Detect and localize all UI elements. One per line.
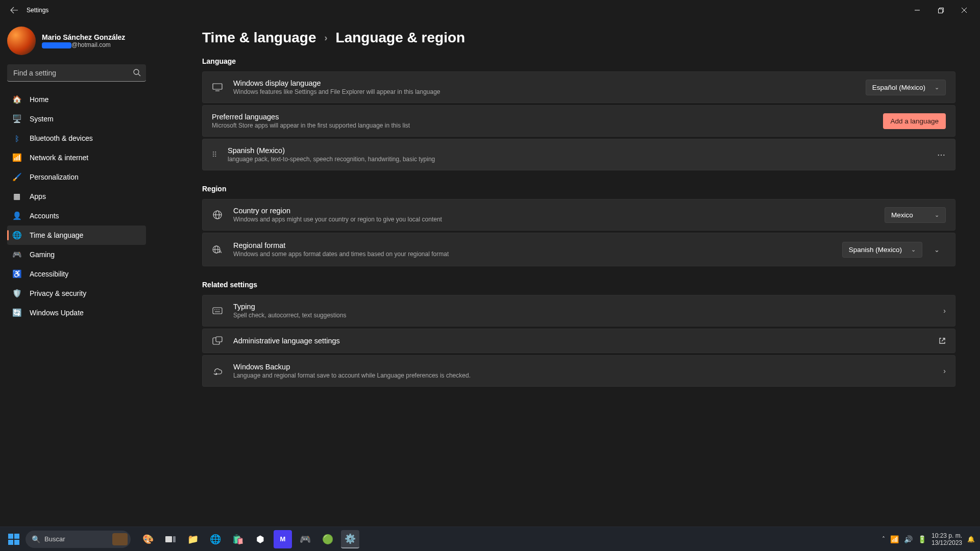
dropdown-value: Español (México) (872, 84, 925, 91)
card-title: Spanish (Mexico) (228, 146, 927, 155)
section-title-language: Language (202, 57, 955, 65)
taskbar-clock[interactable]: 10:23 p. m. 13/12/2023 (932, 532, 962, 546)
card-typing[interactable]: Typing Spell check, autocorrect, text su… (202, 295, 955, 327)
start-button[interactable] (5, 531, 22, 548)
sidebar-item-accounts[interactable]: 👤Accounts (7, 206, 146, 226)
taskbar-app-taskview[interactable] (161, 530, 180, 548)
taskbar-app-store[interactable]: 🛍️ (229, 530, 247, 548)
notifications-icon[interactable]: 🔔 (967, 536, 975, 543)
chevron-down-icon: ⌄ (911, 246, 916, 253)
card-windows-backup[interactable]: Windows Backup Language and regional for… (202, 355, 955, 387)
svg-line-22 (942, 338, 945, 341)
wifi-icon: 📶 (12, 153, 21, 162)
volume-icon: 🔊 (904, 535, 913, 543)
minimize-button[interactable] (905, 2, 929, 18)
keyboard-icon (212, 307, 223, 314)
taskbar-app-edge[interactable]: 🌐 (206, 530, 225, 548)
taskbar-search[interactable]: 🔍 Buscar (26, 531, 131, 548)
card-desc: Microsoft Store apps will appear in the … (212, 122, 873, 129)
taskbar-app-settings[interactable]: ⚙️ (341, 530, 359, 548)
close-button[interactable] (952, 2, 976, 18)
taskbar-app-explorer[interactable]: 📁 (184, 530, 202, 548)
sidebar-item-label: Bluetooth & devices (30, 134, 93, 142)
sidebar-item-label: System (30, 115, 54, 123)
section-title-related: Related settings (202, 281, 955, 289)
dropdown-country[interactable]: Mexico ⌄ (885, 207, 946, 223)
search-icon: 🔍 (32, 535, 40, 543)
expand-button[interactable]: ⌄ (927, 240, 946, 259)
chevron-down-icon: ⌄ (935, 84, 939, 91)
taskbar-app-m[interactable]: M (274, 530, 292, 548)
sidebar-item-privacy[interactable]: 🛡️Privacy & security (7, 284, 146, 303)
maximize-button[interactable] (929, 2, 952, 18)
taskbar-app-chrome[interactable]: 🟢 (318, 530, 337, 548)
window-title: Settings (27, 7, 48, 14)
card-title: Windows Backup (233, 363, 933, 371)
profile-email: @hotmail.com (42, 41, 125, 48)
sidebar-item-label: Accessibility (30, 270, 68, 278)
windows-logo-icon (8, 534, 19, 545)
sidebar-item-label: Windows Update (30, 309, 84, 317)
card-country-region[interactable]: Country or region Windows and apps might… (202, 199, 955, 231)
profile-info: Mario Sánchez González @hotmail.com (42, 33, 125, 48)
sidebar-item-label: Network & internet (30, 154, 88, 162)
bluetooth-icon: ᛒ (12, 134, 21, 143)
breadcrumb: Time & language › Language & region (202, 30, 955, 46)
card-language-item[interactable]: ⠿ Spanish (Mexico) language pack, text-t… (202, 139, 955, 170)
search-icon (133, 68, 141, 77)
brush-icon: 🖌️ (12, 172, 21, 182)
more-options-button[interactable]: ⋯ (937, 150, 946, 160)
breadcrumb-parent[interactable]: Time & language (202, 30, 316, 46)
email-suffix: @hotmail.com (71, 41, 111, 48)
chevron-right-icon: › (325, 33, 328, 43)
drag-handle-icon[interactable]: ⠿ (212, 153, 217, 157)
back-arrow-icon (10, 6, 18, 14)
taskbar-app-3d[interactable]: ⬢ (251, 530, 270, 548)
sidebar-item-home[interactable]: 🏠Home (7, 90, 146, 109)
profile-name: Mario Sánchez González (42, 33, 125, 41)
sidebar-item-bluetooth[interactable]: ᛒBluetooth & devices (7, 129, 146, 148)
sidebar: Mario Sánchez González @hotmail.com 🏠Hom… (0, 20, 153, 527)
card-desc: Spell check, autocorrect, text suggestio… (233, 312, 933, 319)
sidebar-item-time-language[interactable]: 🌐Time & language (7, 226, 146, 245)
sidebar-item-apps[interactable]: ▦Apps (7, 187, 146, 206)
tray-icons[interactable]: 📶 🔊 🔋 (890, 535, 926, 543)
svg-rect-6 (213, 84, 222, 89)
taskbar-time: 10:23 p. m. (932, 532, 962, 539)
search-highlight-icon (112, 533, 128, 545)
card-regional-format[interactable]: A Regional format Windows and some apps … (202, 233, 955, 266)
monitor-icon (212, 83, 223, 91)
sidebar-item-label: Time & language (30, 231, 83, 239)
taskbar-search-label: Buscar (44, 535, 65, 543)
add-language-button[interactable]: Add a language (883, 113, 946, 129)
back-button[interactable] (4, 0, 24, 20)
sidebar-item-personalization[interactable]: 🖌️Personalization (7, 167, 146, 187)
admin-language-icon (212, 336, 223, 345)
title-bar: Settings (0, 0, 980, 20)
globe-clock-icon: 🌐 (12, 231, 21, 240)
wifi-icon: 📶 (890, 535, 899, 543)
sidebar-item-update[interactable]: 🔄Windows Update (7, 303, 146, 322)
sidebar-item-system[interactable]: 🖥️System (7, 109, 146, 129)
tray-show-hidden-icon[interactable]: ˄ (882, 536, 885, 543)
sidebar-item-label: Personalization (30, 173, 79, 181)
sidebar-item-network[interactable]: 📶Network & internet (7, 148, 146, 167)
sidebar-item-label: Gaming (30, 251, 55, 259)
chevron-right-icon: › (943, 307, 946, 315)
card-title: Regional format (233, 241, 832, 249)
card-display-language[interactable]: Windows display language Windows feature… (202, 71, 955, 103)
chevron-down-icon: ⌄ (935, 212, 939, 218)
taskbar-app-copilot[interactable]: 🎨 (139, 530, 157, 548)
card-admin-language[interactable]: Administrative language settings (202, 329, 955, 353)
card-desc: Windows and apps might use your country … (233, 216, 874, 223)
dropdown-regional-format[interactable]: Spanish (Mexico) ⌄ (842, 242, 922, 258)
profile-block[interactable]: Mario Sánchez González @hotmail.com (7, 27, 146, 55)
sidebar-item-accessibility[interactable]: ♿Accessibility (7, 264, 146, 284)
svg-rect-15 (213, 308, 222, 314)
dropdown-display-language[interactable]: Español (México) ⌄ (866, 80, 946, 95)
sidebar-item-gaming[interactable]: 🎮Gaming (7, 245, 146, 264)
search-input[interactable] (7, 64, 146, 82)
taskbar-app-xbox[interactable]: 🎮 (296, 530, 314, 548)
svg-rect-23 (165, 536, 172, 542)
taskbar-date: 13/12/2023 (932, 539, 962, 546)
